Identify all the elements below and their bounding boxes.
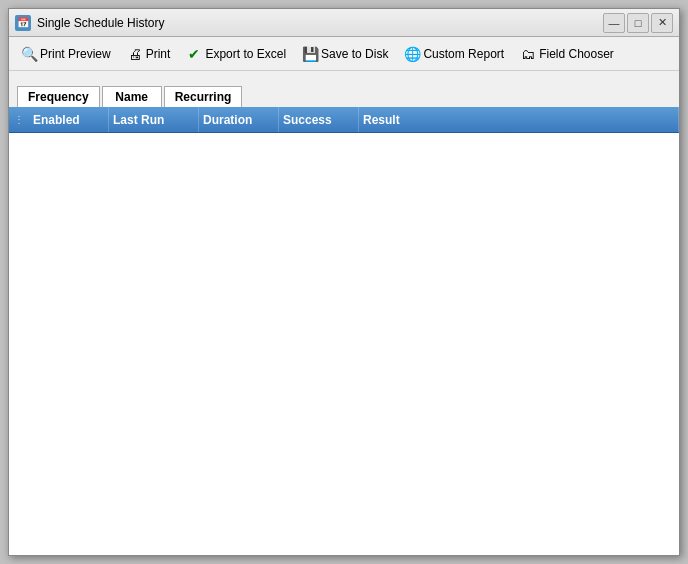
custom-report-button[interactable]: 🌐 Custom Report (398, 43, 510, 65)
title-bar: 📅 Single Schedule History — □ ✕ (9, 9, 679, 37)
print-button[interactable]: 🖨 Print (121, 43, 177, 65)
field-chooser-icon: 🗂 (520, 46, 536, 62)
close-button[interactable]: ✕ (651, 13, 673, 33)
field-chooser-button[interactable]: 🗂 Field Chooser (514, 43, 620, 65)
print-preview-icon: 🔍 (21, 46, 37, 62)
title-buttons: — □ ✕ (603, 13, 673, 33)
grid-body (9, 133, 679, 555)
custom-report-label: Custom Report (423, 47, 504, 61)
drag-handle: ⋮ (9, 114, 29, 125)
group-tab-recurring[interactable]: Recurring (164, 86, 243, 107)
window-title: Single Schedule History (37, 16, 164, 30)
group-tab-name[interactable]: Name (102, 86, 162, 107)
main-window: 📅 Single Schedule History — □ ✕ 🔍 Print … (8, 8, 680, 556)
grid-header: ⋮ Enabled Last Run Duration Success Resu… (9, 107, 679, 133)
save-to-disk-button[interactable]: 💾 Save to Disk (296, 43, 394, 65)
toolbar: 🔍 Print Preview 🖨 Print ✔ Export to Exce… (9, 37, 679, 71)
save-to-disk-icon: 💾 (302, 46, 318, 62)
maximize-button[interactable]: □ (627, 13, 649, 33)
column-header-last-run[interactable]: Last Run (109, 107, 199, 132)
window-icon: 📅 (15, 15, 31, 31)
print-icon: 🖨 (127, 46, 143, 62)
column-header-result[interactable]: Result (359, 107, 679, 132)
custom-report-icon: 🌐 (404, 46, 420, 62)
column-header-duration[interactable]: Duration (199, 107, 279, 132)
column-header-success[interactable]: Success (279, 107, 359, 132)
print-preview-button[interactable]: 🔍 Print Preview (15, 43, 117, 65)
export-excel-button[interactable]: ✔ Export to Excel (180, 43, 292, 65)
group-tab-frequency[interactable]: Frequency (17, 86, 100, 107)
print-preview-label: Print Preview (40, 47, 111, 61)
field-chooser-label: Field Chooser (539, 47, 614, 61)
export-excel-label: Export to Excel (205, 47, 286, 61)
content-area: Frequency Name Recurring ⋮ Enabled Last … (9, 71, 679, 555)
title-bar-left: 📅 Single Schedule History (15, 15, 164, 31)
save-to-disk-label: Save to Disk (321, 47, 388, 61)
export-excel-icon: ✔ (186, 46, 202, 62)
group-row: Frequency Name Recurring (9, 71, 679, 107)
column-header-enabled[interactable]: Enabled (29, 107, 109, 132)
minimize-button[interactable]: — (603, 13, 625, 33)
print-label: Print (146, 47, 171, 61)
